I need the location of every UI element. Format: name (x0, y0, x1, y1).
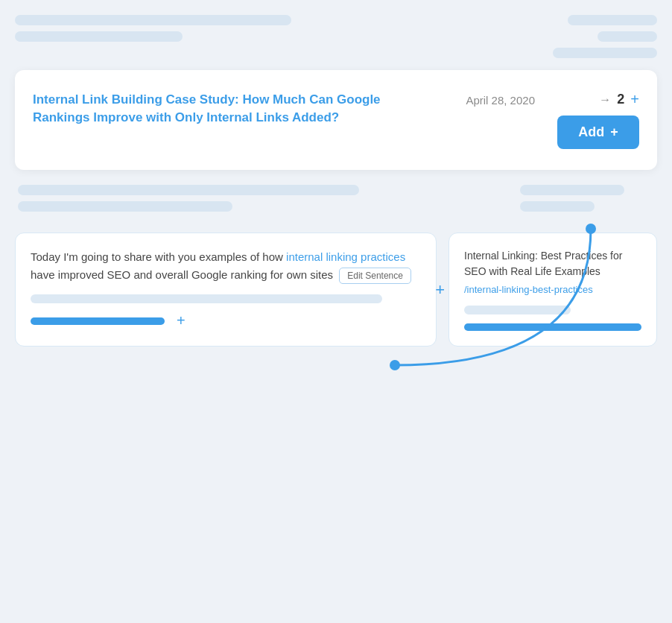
card-content: Internal Link Building Case Study: How M… (33, 91, 436, 127)
bottom-right-blue-bar (464, 323, 641, 331)
middle-skeleton-row-2 (18, 201, 232, 212)
count-badge: 2 (617, 92, 624, 107)
bottom-bar: + (31, 312, 421, 329)
plus-icon-btn[interactable]: + (630, 91, 639, 108)
arrow-icon: → (599, 93, 611, 107)
card-title[interactable]: Internal Link Building Case Study: How M… (33, 92, 381, 124)
middle-skeleton-row-1 (18, 185, 359, 195)
bottom-left-skeleton-1 (31, 294, 382, 303)
arrow-count-row: → 2 + (599, 91, 639, 108)
add-button-plus: + (610, 124, 618, 140)
middle-skeleton-section (15, 185, 657, 218)
top-right-skeletons (523, 15, 657, 58)
skeleton-right-3 (553, 48, 657, 58)
internal-linking-link[interactable]: internal linking practices (286, 250, 405, 263)
text-before: Today I'm going to share with you exampl… (31, 250, 286, 263)
main-card: Internal Link Building Case Study: How M… (15, 70, 657, 170)
bottom-right-card: Internal Linking: Best Practices for SEO… (448, 233, 657, 347)
top-left-skeletons (15, 15, 508, 58)
skeleton-right-2 (597, 31, 657, 42)
middle-right-skeletons (520, 185, 654, 218)
middle-right-skeleton-1 (520, 185, 624, 195)
card-date: April 28, 2020 (451, 91, 535, 107)
middle-right-skeleton-2 (520, 201, 595, 212)
bottom-right-skeleton-1 (464, 306, 571, 314)
svg-point-1 (390, 360, 400, 370)
middle-left-skeletons (18, 185, 505, 218)
skeleton-right-1 (568, 15, 657, 25)
top-skeleton-section (15, 15, 657, 58)
bottom-left-card: Today I'm going to share with you exampl… (15, 233, 437, 347)
card-right: → 2 + Add + (550, 91, 639, 149)
add-button[interactable]: Add + (557, 116, 639, 149)
bottom-bar-plus[interactable]: + (177, 312, 186, 329)
bottom-left-text: Today I'm going to share with you exampl… (31, 248, 421, 284)
bottom-right-title: Internal Linking: Best Practices for SEO… (464, 248, 641, 279)
plus-connector-icon: + (435, 280, 445, 300)
skeleton-row-1 (15, 15, 291, 25)
bottom-right-link[interactable]: /internal-linking-best-practices (464, 284, 641, 295)
page-wrapper: Internal Link Building Case Study: How M… (0, 0, 672, 623)
add-button-label: Add (578, 124, 604, 140)
bottom-section: Today I'm going to share with you exampl… (15, 233, 657, 347)
text-after: have improved SEO and overall Google ran… (31, 268, 333, 281)
edit-sentence-button[interactable]: Edit Sentence (339, 268, 411, 284)
card-date-wrapper: April 28, 2020 (451, 91, 535, 107)
blue-progress-bar (31, 317, 165, 325)
skeleton-row-2 (15, 31, 183, 42)
